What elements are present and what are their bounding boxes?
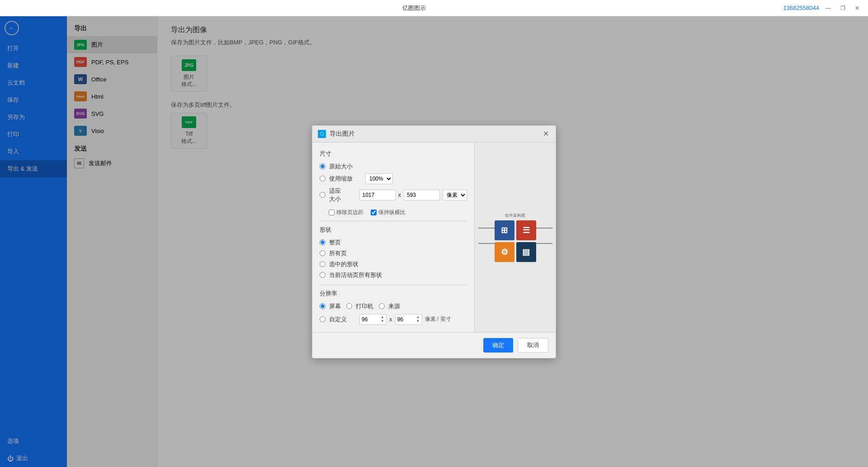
custom-x-spinbox[interactable]: ▲ ▼ [359,314,387,325]
cell-4: ▤ [516,242,536,262]
cell-2: ☰ [516,220,536,240]
source-option[interactable]: 来源 [379,302,400,310]
fit-height-input[interactable] [404,190,440,200]
custom-resolution-option[interactable]: 自定义 ▲ ▼ x ▲ [320,314,467,325]
custom-y-input[interactable] [397,316,415,323]
increment-x[interactable]: ▲ [381,315,384,319]
size-section-title: 尺寸 [320,150,467,158]
fit-option[interactable]: 适应大小 x 像素 [320,187,467,203]
preview-area: 软件架构图 ⊞ [482,201,548,273]
decrement-y[interactable]: ▼ [416,319,420,323]
original-size-option[interactable]: 原始大小 [320,162,467,171]
screen-radio[interactable] [320,303,326,309]
dialog-close-button[interactable]: ✕ [541,129,550,138]
custom-radio[interactable] [320,316,326,322]
diagram-title: 软件架构图 [495,213,536,219]
shape-radio-group: 整页 所有页 选中的形状 当前活动页所有形状 [320,238,467,279]
active-shapes-radio[interactable] [320,272,326,278]
fit-width-input[interactable] [359,190,396,200]
selected-shapes-radio[interactable] [320,261,326,267]
confirm-button[interactable]: 确定 [483,338,513,353]
original-size-radio[interactable] [320,163,326,169]
arrow-right-bottom [536,243,552,244]
app-title: 亿图图示 [45,4,783,12]
diagram-wrapper: ⊞ ☰ ⚙ ▤ [495,220,536,262]
arrow-left-bottom [478,243,495,244]
printer-radio[interactable] [346,303,352,309]
source-radio[interactable] [379,303,385,309]
scale-radio[interactable] [320,176,326,181]
increment-y[interactable]: ▲ [416,315,420,319]
scale-inputs: 100% [365,173,393,184]
size-checkboxes: 移除页边距 保持纵横比 [329,209,467,216]
arrow-left-top [478,228,495,229]
scale-select[interactable]: 100% [365,173,393,184]
dialog-footer: 确定 取消 [312,332,556,358]
cell-3: ⚙ [495,242,514,262]
scale-option[interactable]: 使用缩放 100% [320,173,467,184]
divider-1 [320,221,467,221]
dialog-body: 尺寸 原始大小 使用缩放 100% [312,143,556,332]
fit-radio[interactable] [320,192,326,198]
restore-button[interactable]: ❐ [837,3,848,14]
dialog-title: ⬡ 导出图片 [318,130,355,138]
custom-inputs: ▲ ▼ x ▲ ▼ 像素 / 英寸 [359,314,451,325]
shape-section-title: 形状 [320,226,467,234]
spinbox-arrows-y: ▲ ▼ [416,315,420,323]
close-button[interactable]: ✕ [852,3,863,14]
custom-x-input[interactable] [362,316,380,323]
decrement-x[interactable]: ▼ [381,319,384,323]
cell-3-icon: ⚙ [501,247,508,257]
remove-margin-input[interactable] [329,210,335,215]
diagram-grid: ⊞ ☰ ⚙ ▤ [495,220,536,262]
keep-ratio-checkbox[interactable]: 保持纵横比 [371,209,406,216]
active-shapes-option[interactable]: 当前活动页所有形状 [320,271,467,279]
keep-ratio-input[interactable] [371,210,377,215]
fit-inputs: x 像素 [359,190,467,200]
cancel-button[interactable]: 取消 [518,338,548,353]
whole-page-radio[interactable] [320,239,326,245]
dialog-overlay: ⬡ 导出图片 ✕ 尺寸 原始大小 使用缩放 [0,16,868,467]
size-radio-group: 原始大小 使用缩放 100% 适应大小 [320,162,467,203]
divider-2 [320,285,467,285]
user-account[interactable]: 13682558044 [783,5,819,11]
dialog-preview-panel: 软件架构图 ⊞ [474,143,556,332]
fit-unit-select[interactable]: 像素 [443,190,467,200]
custom-unit-label: 像素 / 英寸 [425,315,451,323]
cell-2-icon: ☰ [523,225,530,235]
dialog-title-icon: ⬡ [318,130,326,138]
spinbox-arrows-x: ▲ ▼ [381,315,384,323]
arrow-right-top [536,228,552,229]
remove-margin-checkbox[interactable]: 移除页边距 [329,209,363,216]
titlebar: 亿图图示 13682558044 — ❐ ✕ [0,0,868,16]
resolution-section-title: 分辨率 [320,290,467,298]
resolution-radio-group: 屏幕 打印机 来源 [320,302,467,310]
selected-shapes-option[interactable]: 选中的形状 [320,260,467,268]
cell-1: ⊞ [495,220,514,240]
screen-option[interactable]: 屏幕 [320,302,341,310]
custom-y-spinbox[interactable]: ▲ ▼ [395,314,422,325]
all-pages-radio[interactable] [320,250,326,256]
preview-diagram: 软件架构图 ⊞ [495,213,536,262]
printer-option[interactable]: 打印机 [346,302,373,310]
cell-1-icon: ⊞ [501,225,508,235]
window-controls: 13682558044 — ❐ ✕ [783,3,868,14]
whole-page-option[interactable]: 整页 [320,238,467,247]
all-pages-option[interactable]: 所有页 [320,249,467,257]
cell-4-icon: ▤ [522,247,530,257]
dialog-left-panel: 尺寸 原始大小 使用缩放 100% [312,143,474,332]
minimize-button[interactable]: — [823,3,834,14]
dialog-header: ⬡ 导出图片 ✕ [312,126,556,143]
export-image-dialog: ⬡ 导出图片 ✕ 尺寸 原始大小 使用缩放 [312,125,556,358]
